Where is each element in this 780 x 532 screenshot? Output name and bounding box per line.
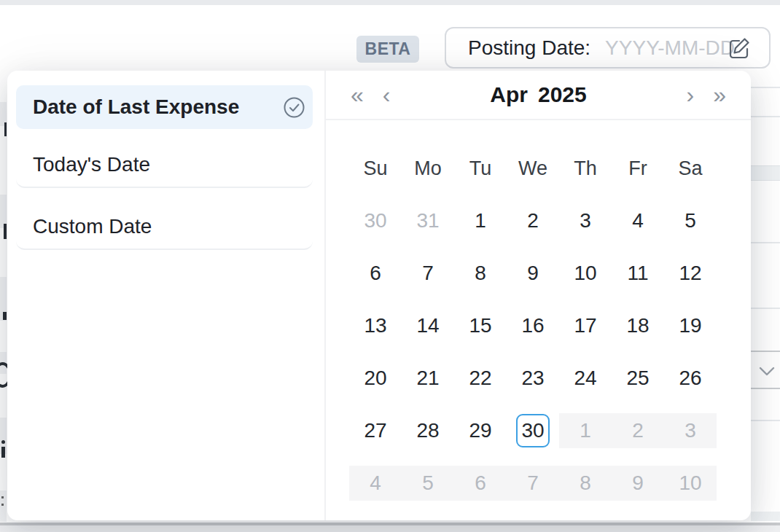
calendar-day-cell[interactable]: 7 xyxy=(402,247,454,300)
calendar-day-cell[interactable]: 25 xyxy=(612,352,664,404)
posting-date-field[interactable]: Posting Date: YYYY-MM-DD xyxy=(445,27,771,69)
day-number: 16 xyxy=(516,309,550,343)
day-number: 3 xyxy=(569,204,602,238)
calendar-day-cell[interactable]: 8 xyxy=(454,247,507,300)
calendar-day-cell[interactable]: 5 xyxy=(664,195,717,247)
clipped-text-fragment xyxy=(1,504,4,506)
day-number: 7 xyxy=(516,466,550,500)
posting-date-label: Posting Date: xyxy=(468,36,590,60)
calendar-day-cell[interactable]: 10 xyxy=(559,247,612,300)
calendar-day-cell: 4 xyxy=(349,457,402,509)
day-number: 6 xyxy=(359,257,392,290)
prev-month-button[interactable]: ‹ xyxy=(383,83,391,106)
calendar-day-cell[interactable]: 22 xyxy=(454,352,507,404)
date-options-pane: Date of Last ExpenseToday's DateCustom D… xyxy=(7,71,326,520)
posting-date-placeholder: YYYY-MM-DD xyxy=(605,36,738,60)
calendar-day-cell[interactable]: 30 xyxy=(349,195,402,247)
calendar-day-cell[interactable]: 27 xyxy=(349,404,402,457)
date-option-today-s-date[interactable]: Today's Date xyxy=(16,142,313,188)
calendar-day-cell[interactable]: 6 xyxy=(349,247,402,300)
background-select[interactable] xyxy=(749,351,780,389)
day-number: 9 xyxy=(516,257,550,290)
day-number: 3 xyxy=(674,414,707,447)
day-number: 9 xyxy=(621,466,655,500)
date-option-custom-date[interactable]: Custom Date xyxy=(16,204,313,250)
day-number: 15 xyxy=(464,309,497,343)
day-number: 2 xyxy=(621,414,655,447)
posting-date-dropdown: Date of Last ExpenseToday's DateCustom D… xyxy=(7,71,751,520)
calendar-day-cell[interactable]: 18 xyxy=(612,300,664,352)
calendar-day-cell[interactable]: 23 xyxy=(507,352,559,404)
weekday-label: Fr xyxy=(612,152,664,184)
weekday-header-row: SuMoTuWeThFrSa xyxy=(349,152,717,184)
background-row-divider xyxy=(751,420,780,421)
background-table-band xyxy=(751,165,780,181)
edit-icon[interactable] xyxy=(727,36,752,60)
calendar-day-selected[interactable]: 30 xyxy=(507,404,559,457)
page-bottom-strip xyxy=(0,525,780,532)
calendar-day-cell[interactable]: 13 xyxy=(349,300,402,352)
day-number: 10 xyxy=(674,466,707,500)
day-number: 10 xyxy=(569,257,602,290)
calendar-day-cell[interactable]: 17 xyxy=(559,300,612,352)
day-number: 29 xyxy=(464,414,497,447)
calendar-day-cell[interactable]: 28 xyxy=(402,404,454,457)
calendar-day-cell: 5 xyxy=(402,457,454,509)
calendar-day-cell[interactable]: 2 xyxy=(507,195,559,247)
date-option-label: Today's Date xyxy=(33,153,150,176)
weekday-label: Tu xyxy=(454,152,507,184)
calendar-day-cell[interactable]: 15 xyxy=(454,300,507,352)
day-number: 5 xyxy=(674,204,707,238)
day-number: 1 xyxy=(569,414,602,447)
calendar-day-cell[interactable]: 4 xyxy=(612,195,664,247)
weekday-label: Th xyxy=(559,152,612,184)
calendar-day-cell[interactable]: 21 xyxy=(402,352,454,404)
calendar-day-cell: 7 xyxy=(507,457,559,509)
calendar-day-cell[interactable]: 24 xyxy=(559,352,612,404)
calendar-day-cell: 2 xyxy=(612,404,664,457)
background-table-band xyxy=(751,512,780,521)
background-row-divider xyxy=(751,87,780,88)
calendar-day-cell: 10 xyxy=(664,457,717,509)
chevron-down-icon xyxy=(757,361,777,381)
calendar-day-cell[interactable]: 29 xyxy=(454,404,507,457)
calendar-day-cell[interactable]: 1 xyxy=(454,195,507,247)
calendar-day-cell[interactable]: 14 xyxy=(402,300,454,352)
background-row-divider xyxy=(751,242,780,243)
clipped-text-fragment xyxy=(4,122,7,136)
calendar-day-cell[interactable]: 9 xyxy=(507,247,559,300)
calendar-year-label[interactable]: 2025 xyxy=(538,82,587,107)
calendar-title: Apr 2025 xyxy=(390,82,686,107)
day-number: 13 xyxy=(359,309,392,343)
day-number: 14 xyxy=(411,309,445,343)
day-number: 24 xyxy=(569,361,602,395)
prev-year-button[interactable]: « xyxy=(351,83,364,106)
day-number: 31 xyxy=(411,204,445,238)
calendar-month-label[interactable]: Apr xyxy=(490,82,528,107)
calendar-day-cell[interactable]: 26 xyxy=(664,352,717,404)
calendar-day-cell[interactable]: 31 xyxy=(402,195,454,247)
calendar-day-cell[interactable]: 3 xyxy=(559,195,612,247)
clipped-text-fragment xyxy=(1,447,5,458)
calendar-header: « ‹ Apr 2025 › » xyxy=(326,71,751,120)
background-row-divider xyxy=(751,308,780,309)
check-circle-icon xyxy=(283,96,305,119)
next-month-button[interactable]: › xyxy=(687,83,695,106)
day-number: 19 xyxy=(674,309,707,343)
day-number: 17 xyxy=(569,309,602,343)
calendar-day-cell[interactable]: 11 xyxy=(612,247,664,300)
calendar-day-cell: 8 xyxy=(559,457,612,509)
calendar-day-cell[interactable]: 12 xyxy=(664,247,717,300)
clipped-text-fragment xyxy=(4,224,7,239)
calendar-day-cell[interactable]: 16 xyxy=(507,300,559,352)
calendar-day-cell: 1 xyxy=(559,404,612,457)
weekday-label: Su xyxy=(349,152,402,184)
date-option-date-of-last-expense[interactable]: Date of Last Expense xyxy=(16,85,313,129)
day-number: 27 xyxy=(359,414,392,447)
calendar-day-cell[interactable]: 19 xyxy=(664,300,717,352)
calendar-day-cell[interactable]: 20 xyxy=(349,352,402,404)
day-number: 25 xyxy=(621,361,655,395)
clipped-text-fragment xyxy=(1,440,5,444)
calendar-day-cell: 9 xyxy=(612,457,664,509)
next-year-button[interactable]: » xyxy=(713,83,726,106)
